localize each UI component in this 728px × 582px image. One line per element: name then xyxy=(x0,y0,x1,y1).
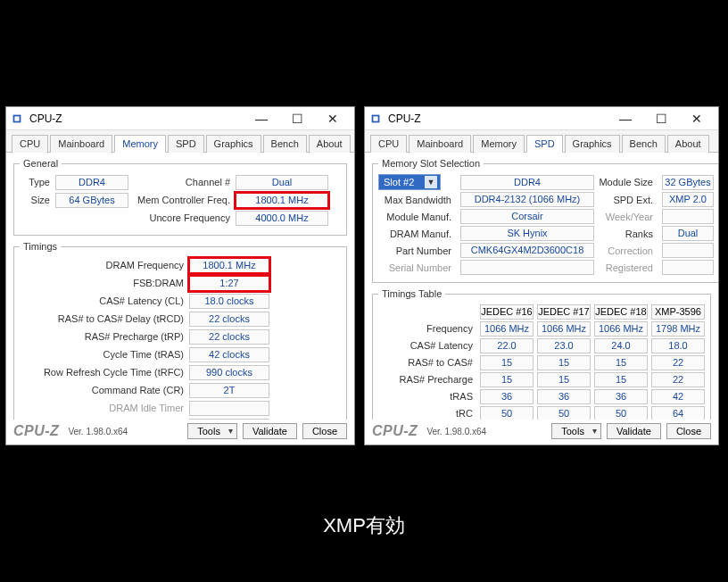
timings-cell: 24.0 xyxy=(594,338,648,353)
maximize-button[interactable]: ☐ xyxy=(643,108,679,129)
timing-value: 990 clocks xyxy=(189,365,269,380)
value-slot-type: DDR4 xyxy=(460,175,594,190)
tools-button[interactable]: Tools xyxy=(551,423,601,439)
timings-cell: 1066 MHz xyxy=(480,321,534,337)
timing-label: Row Refresh Cycle Time (tRFC) xyxy=(20,367,189,378)
svg-rect-3 xyxy=(373,116,377,121)
timings-row-label: tRC xyxy=(378,406,476,420)
window-title: CPU-Z xyxy=(29,112,62,125)
timings-row-label: Frequency xyxy=(378,321,476,337)
timings-row-label: RAS# to CAS# xyxy=(378,355,476,370)
timings-cell: 15 xyxy=(480,355,534,370)
timing-value xyxy=(189,401,269,416)
minimize-button[interactable]: — xyxy=(608,108,643,129)
close-button-footer[interactable]: Close xyxy=(666,423,711,439)
validate-button[interactable]: Validate xyxy=(243,423,297,439)
tab-about[interactable]: About xyxy=(309,135,351,153)
legend-slot: Memory Slot Selection xyxy=(378,158,484,169)
footer: CPU-Z Ver. 1.98.0.x64 Tools Validate Clo… xyxy=(365,420,718,445)
validate-button[interactable]: Validate xyxy=(607,423,661,439)
label-serial: Serial Number xyxy=(378,262,457,273)
tools-button[interactable]: Tools xyxy=(187,423,237,439)
label-uncore: Uncore Frequency xyxy=(130,212,236,223)
slot-select[interactable]: Slot #2 ▼ xyxy=(378,174,441,190)
version-text: Ver. 1.98.0.x64 xyxy=(426,427,486,436)
timings-cell: 50 xyxy=(480,406,534,420)
tab-cpu[interactable]: CPU xyxy=(370,135,407,153)
timing-label: DRAM Idle Timer xyxy=(20,403,189,413)
svg-rect-1 xyxy=(14,116,19,121)
timing-value: 2T xyxy=(189,383,269,398)
brand-logo: CPU-Z xyxy=(13,423,59,439)
value-max-bandwidth: DDR4-2132 (1066 MHz) xyxy=(460,192,594,207)
version-text: Ver. 1.98.0.x64 xyxy=(68,427,128,436)
tab-bench[interactable]: Bench xyxy=(263,135,307,153)
group-timings: Timings DRAM Frequency1800.1 MHzFSB:DRAM… xyxy=(13,241,347,420)
label-part-number: Part Number xyxy=(378,245,457,256)
titlebar[interactable]: CPU-Z — ☐ ✕ xyxy=(6,107,354,130)
content-area: General Type DDR4 Channel # Dual Size 64… xyxy=(6,153,354,420)
timings-cell: 36 xyxy=(537,389,591,404)
group-timings-table: Timings Table JEDEC #16JEDEC #17JEDEC #1… xyxy=(372,288,711,420)
close-button-footer[interactable]: Close xyxy=(302,423,347,439)
timings-cell: 22.0 xyxy=(480,338,534,353)
brand-logo: CPU-Z xyxy=(372,423,418,439)
slot-select-value: Slot #2 xyxy=(384,177,414,187)
value-week-year xyxy=(662,209,714,224)
tab-mainboard[interactable]: Mainboard xyxy=(50,135,112,153)
label-correction: Correction xyxy=(598,245,658,256)
tab-about[interactable]: About xyxy=(667,135,709,153)
timing-value: 22 clocks xyxy=(189,329,269,345)
value-module-size: 32 GBytes xyxy=(662,175,714,190)
tab-memory[interactable]: Memory xyxy=(473,135,525,153)
timings-cell: 22 xyxy=(651,355,705,370)
tab-spd[interactable]: SPD xyxy=(168,135,204,153)
timings-cell: 1066 MHz xyxy=(537,321,591,337)
label-channel: Channel # xyxy=(128,177,236,187)
tab-memory[interactable]: Memory xyxy=(114,135,166,153)
value-channel: Dual xyxy=(236,175,328,190)
value-registered xyxy=(662,260,714,275)
label-module-manuf: Module Manuf. xyxy=(378,212,457,222)
label-module-size: Module Size xyxy=(598,177,658,187)
tab-spd[interactable]: SPD xyxy=(526,135,563,153)
tab-graphics[interactable]: Graphics xyxy=(206,135,261,153)
tab-mainboard[interactable]: Mainboard xyxy=(409,135,471,153)
timings-cell: 15 xyxy=(537,372,591,387)
tab-cpu[interactable]: CPU xyxy=(12,135,48,153)
timing-label: Cycle Time (tRAS) xyxy=(20,349,189,360)
content-area: Memory Slot Selection Slot #2 ▼ DDR4 Mod… xyxy=(365,153,718,420)
timing-value xyxy=(189,419,269,420)
timings-cell: 36 xyxy=(594,389,648,404)
close-button[interactable]: ✕ xyxy=(315,108,351,129)
timings-row-label: tRAS xyxy=(378,389,476,404)
label-size: Size xyxy=(20,195,55,205)
timing-value: 22 clocks xyxy=(189,312,269,327)
timing-label: RAS# Precharge (tRP) xyxy=(20,331,189,342)
timings-cell: 15 xyxy=(480,372,534,387)
timings-row-label: RAS# Precharge xyxy=(378,372,476,387)
app-icon xyxy=(10,112,24,126)
label-week-year: Week/Year xyxy=(598,212,658,222)
value-size: 64 GBytes xyxy=(55,193,128,208)
value-spd-ext: XMP 2.0 xyxy=(662,192,714,207)
minimize-button[interactable]: — xyxy=(244,108,279,129)
value-module-manuf: Corsair xyxy=(460,209,594,224)
titlebar[interactable]: CPU-Z — ☐ ✕ xyxy=(365,107,718,130)
legend-timings: Timings xyxy=(20,241,61,252)
timings-cell: 64 xyxy=(651,406,705,420)
tab-bench[interactable]: Bench xyxy=(622,135,666,153)
label-type: Type xyxy=(20,177,55,187)
maximize-button[interactable]: ☐ xyxy=(279,108,315,129)
tab-graphics[interactable]: Graphics xyxy=(565,135,620,153)
value-mcf: 1800.1 MHz xyxy=(236,193,328,208)
label-ranks: Ranks xyxy=(598,229,658,239)
timing-label: DRAM Frequency xyxy=(20,260,189,270)
close-button[interactable]: ✕ xyxy=(679,108,715,129)
timing-value: 1800.1 MHz xyxy=(189,258,269,273)
timings-cell: 15 xyxy=(594,355,648,370)
legend-general: General xyxy=(20,158,62,169)
value-uncore: 4000.0 MHz xyxy=(236,211,328,226)
tab-row: CPU Mainboard Memory SPD Graphics Bench … xyxy=(6,130,354,153)
timings-header: JEDEC #18 xyxy=(594,304,648,320)
